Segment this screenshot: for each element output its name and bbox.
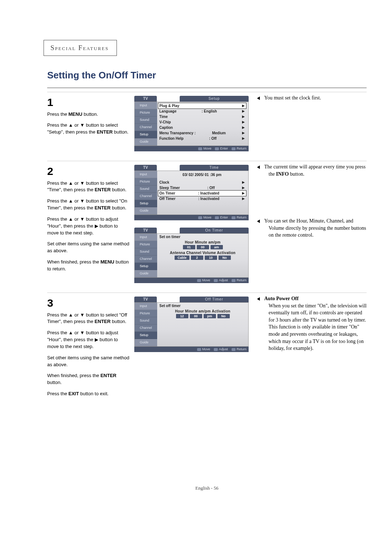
section-header: Special Features — [44, 40, 117, 56]
step1-osd-col: TV Setup Input Picture Sound Channel Set… — [134, 94, 258, 159]
title-rule — [47, 87, 367, 88]
page-number: English - 56 — [47, 485, 367, 491]
side-channel: Channel — [135, 124, 157, 131]
header-text: Special Features — [50, 44, 109, 52]
step-3: 3 Press the ▲ or ▼ button to select "Off… — [47, 293, 367, 402]
osd-time: TV Time Input Picture Sound Channel Setu… — [134, 165, 249, 220]
step-2: 2 Press the ▲ or ▼ button to select "Tim… — [47, 161, 367, 290]
osd-content: Plug & Play▶ Language: English▶ Time▶ V-… — [157, 102, 248, 146]
step2-number: 2 — [47, 163, 131, 179]
step3-instructions: 3 Press the ▲ or ▼ button to select "Off… — [47, 295, 134, 402]
osd-tv-label: TV — [134, 96, 157, 102]
step1-instructions: 1 Press the MENU button. Press the ▲ or … — [47, 94, 134, 140]
side-setup: Setup — [135, 131, 157, 138]
osd-sidebar: Input Picture Sound Channel Setup Guide — [135, 102, 157, 146]
step3-number: 3 — [47, 295, 131, 311]
step2-notes: ◀The current time will appear every time… — [258, 163, 367, 244]
step2-instructions: 2 Press the ▲ or ▼ button to select "Tim… — [47, 163, 134, 277]
step1-number: 1 — [47, 94, 131, 110]
step1-line2: Press the ▲ or ▼ button to select "Setup… — [47, 122, 131, 136]
page: Special Features Setting the On/Off Time… — [0, 0, 392, 513]
step1-notes: ◀You must set the clock first. — [258, 94, 367, 107]
step2-osd-col: TV Time Input Picture Sound Channel Setu… — [134, 163, 258, 290]
osd-setup: TV Setup Input Picture Sound Channel Set… — [134, 96, 249, 151]
side-guide: Guide — [135, 138, 157, 146]
step1-line1: Press the MENU button. — [47, 111, 131, 118]
page-title: Setting the On/Off Timer — [47, 70, 367, 81]
step3-notes: ◀Auto Power Off When you set the timer "… — [258, 295, 367, 357]
osd-on-timer: TV On Timer Input Picture Sound Channel … — [134, 228, 249, 283]
osd-off-timer: TV Off Timer Input Picture Sound Channel… — [134, 297, 249, 352]
osd-tab: Setup — [180, 96, 249, 102]
side-input: Input — [135, 102, 157, 109]
side-picture: Picture — [135, 109, 157, 117]
osd-footer: Move Enter Return — [134, 146, 249, 151]
step3-osd-col: TV Off Timer Input Picture Sound Channel… — [134, 295, 258, 359]
step-1: 1 Press the MENU button. Press the ▲ or … — [47, 92, 367, 159]
side-sound: Sound — [135, 117, 157, 124]
